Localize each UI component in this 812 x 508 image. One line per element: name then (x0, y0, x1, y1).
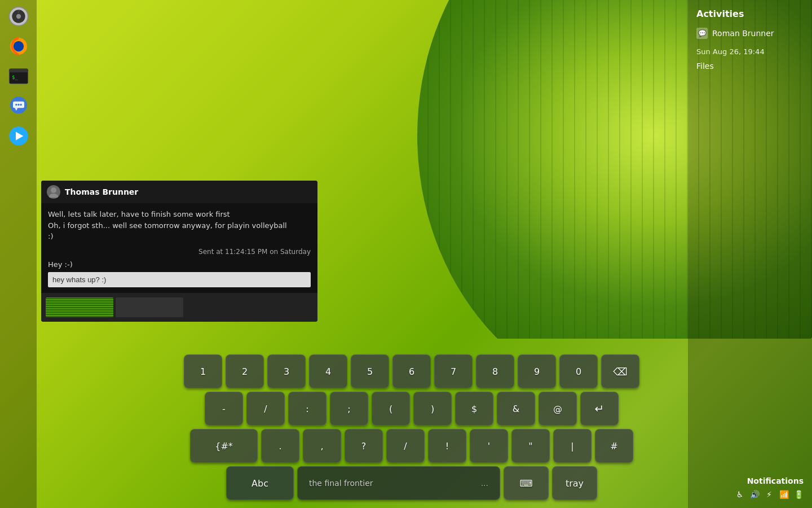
key-enter[interactable]: ↵ (580, 392, 619, 426)
key-5[interactable]: 5 (351, 354, 389, 388)
bottom-right-icons: ♿ 🔊 ⚡ 📶 🔋 (735, 489, 804, 500)
dock-item-media-player[interactable] (5, 122, 32, 150)
key-2[interactable]: 2 (226, 354, 264, 388)
key-1[interactable]: 1 (184, 354, 222, 388)
right-panel-datetime: Sun Aug 26, 19:44 (696, 47, 804, 56)
svg-point-11 (15, 104, 17, 106)
chat-bubble-icon: 💬 (696, 28, 708, 39)
key-exclaim[interactable]: ! (428, 429, 466, 463)
key-slash[interactable]: / (246, 392, 285, 426)
right-panel-files[interactable]: Files (696, 62, 804, 71)
key-colon[interactable]: : (288, 392, 326, 426)
key-9[interactable]: 9 (518, 354, 556, 388)
chat-thumbnails (41, 293, 317, 322)
key-fwdslash[interactable]: / (386, 429, 425, 463)
chat-thumbnail-1[interactable] (46, 297, 113, 317)
virtual-keyboard: 1 2 3 4 5 6 7 8 9 0 ⌫ - / : ; ( ) $ & @ … (0, 354, 688, 508)
volume-icon[interactable]: 🔊 (749, 489, 760, 500)
kb-row-bottom: Abc the final frontier ... ⌨ tray (135, 466, 688, 500)
key-backspace[interactable]: ⌫ (601, 354, 639, 388)
chat-avatar (47, 185, 60, 199)
svg-text:$_: $_ (12, 75, 18, 80)
key-8[interactable]: 8 (476, 354, 514, 388)
svg-point-5 (13, 41, 23, 51)
key-hash[interactable]: # (595, 429, 633, 463)
key-0[interactable]: 0 (559, 354, 598, 388)
kb-row-symbols1: - / : ; ( ) $ & @ ↵ (135, 392, 688, 426)
key-3[interactable]: 3 (267, 354, 306, 388)
key-tray[interactable]: tray (552, 466, 597, 500)
chat-message-text: Well, lets talk later, have to finish so… (48, 209, 311, 242)
kb-row-numbers: 1 2 3 4 5 6 7 8 9 0 ⌫ (135, 354, 688, 388)
key-6[interactable]: 6 (392, 354, 431, 388)
key-open-paren[interactable]: ( (372, 392, 410, 426)
chat-timestamp: Sent at 11:24:15 PM on Saturday (48, 248, 311, 256)
battery-icon[interactable]: 🔋 (793, 489, 804, 500)
key-pipe[interactable]: | (553, 429, 592, 463)
chat-body: Well, lets talk later, have to finish so… (41, 203, 317, 293)
kb-row-symbols2: {#* . , ? / ! ' " | # (135, 429, 688, 463)
empathy-icon (7, 95, 30, 117)
key-at[interactable]: @ (539, 392, 577, 426)
rhythmbox-icon: ♪ (7, 5, 30, 28)
chat-thumbnail-2[interactable] (116, 297, 183, 317)
key-apostrophe[interactable]: ' (470, 429, 508, 463)
media-player-icon (7, 125, 30, 147)
right-user-name: Roman Brunner (712, 29, 774, 38)
dock-item-terminal[interactable]: $_ (5, 63, 32, 90)
key-special[interactable]: {#* (190, 429, 258, 463)
svg-point-2 (16, 14, 20, 19)
key-close-paren[interactable]: ) (413, 392, 452, 426)
svg-point-13 (20, 104, 21, 106)
key-comma[interactable]: , (303, 429, 341, 463)
svg-point-17 (51, 187, 56, 193)
svg-point-18 (49, 194, 58, 198)
right-panel-user[interactable]: 💬 Roman Brunner (696, 28, 804, 39)
chat-input-field[interactable] (48, 272, 311, 287)
key-question[interactable]: ? (345, 429, 383, 463)
spacebar-text: the final frontier (309, 479, 373, 488)
key-semicolon[interactable]: ; (330, 392, 368, 426)
files-label: Files (696, 62, 714, 71)
key-cam[interactable]: ⌨ (504, 466, 549, 500)
chat-header: Thomas Brunner (41, 181, 317, 203)
chat-window: Thomas Brunner Well, lets talk later, ha… (41, 181, 317, 322)
svg-rect-7 (9, 69, 28, 73)
key-7[interactable]: 7 (434, 354, 473, 388)
svg-text:♪: ♪ (17, 9, 19, 14)
spacebar-dots: ... (481, 479, 488, 488)
key-abc[interactable]: Abc (226, 466, 294, 500)
key-period[interactable]: . (261, 429, 299, 463)
activities-title[interactable]: Activities (696, 8, 804, 19)
terminal-icon: $_ (7, 65, 30, 87)
key-dollar[interactable]: $ (455, 392, 493, 426)
key-minus[interactable]: - (205, 392, 243, 426)
dock-item-firefox[interactable] (5, 33, 32, 60)
chat-reply-label: Hey :-) (48, 260, 311, 269)
key-quote[interactable]: " (511, 429, 550, 463)
bluetooth-icon[interactable]: ⚡ (764, 489, 774, 500)
wifi-icon[interactable]: 📶 (779, 489, 789, 500)
dock-item-rhythmbox[interactable]: ♪ (5, 3, 32, 30)
key-ampersand[interactable]: & (497, 392, 535, 426)
desktop: ♪ $_ (0, 0, 812, 508)
right-panel: Activities 💬 Roman Brunner Sun Aug 26, 1… (688, 0, 812, 508)
dock-item-empathy[interactable] (5, 93, 32, 120)
accessibility-icon[interactable]: ♿ (735, 489, 745, 500)
key-4[interactable]: 4 (309, 354, 347, 388)
key-spacebar[interactable]: the final frontier ... (297, 466, 500, 500)
chat-contact-name: Thomas Brunner (65, 187, 138, 196)
notifications-label: Notifications (747, 476, 804, 485)
svg-point-12 (17, 104, 19, 106)
firefox-icon (7, 35, 30, 58)
